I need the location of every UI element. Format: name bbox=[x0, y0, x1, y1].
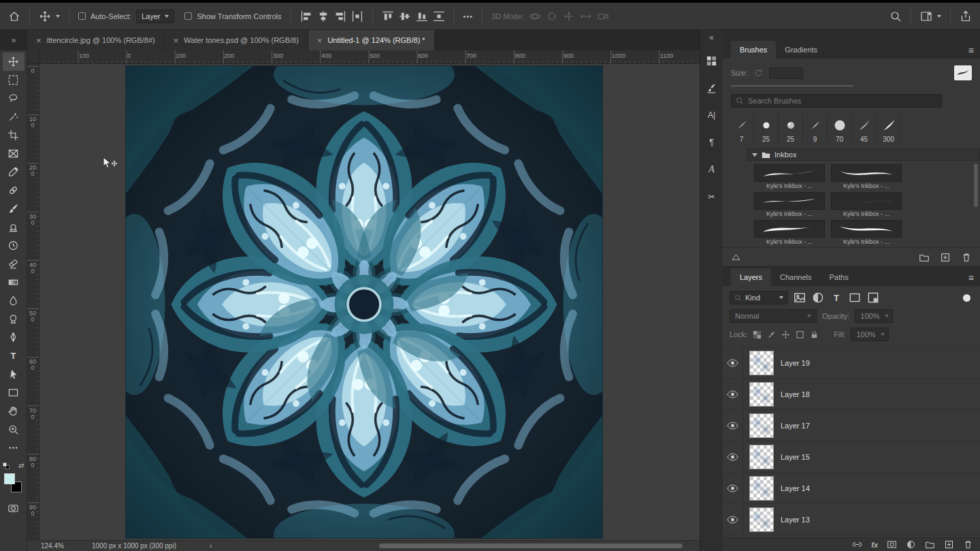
layer-name[interactable]: Layer 18 bbox=[781, 390, 810, 398]
tab-overflow-icon[interactable]: » bbox=[0, 30, 27, 50]
filter-toggle[interactable] bbox=[963, 294, 970, 302]
gradient-tool[interactable] bbox=[3, 273, 24, 292]
document-tab-active[interactable]: × Untitled-1 @ 124% (RGB/8) * bbox=[308, 30, 435, 50]
search-input[interactable] bbox=[748, 97, 937, 105]
auto-select-checkbox[interactable] bbox=[78, 12, 86, 20]
canvas-pasteboard[interactable] bbox=[39, 64, 700, 540]
layer-style-icon[interactable]: fx bbox=[871, 541, 878, 549]
filter-image-icon[interactable] bbox=[793, 291, 806, 304]
lasso-tool[interactable] bbox=[3, 89, 24, 108]
tool-presets-panel-icon[interactable]: ✂ bbox=[703, 188, 721, 206]
eraser-tool[interactable] bbox=[3, 255, 24, 273]
layer-row[interactable]: Layer 17 bbox=[723, 410, 980, 441]
delete-icon[interactable] bbox=[961, 252, 972, 263]
new-layer-icon[interactable] bbox=[944, 539, 954, 550]
frame-tool[interactable] bbox=[3, 144, 24, 163]
brush-preset[interactable]: 45 bbox=[852, 113, 877, 144]
filter-kind-dropdown[interactable]: Kind bbox=[730, 291, 788, 304]
layer-name[interactable]: Layer 19 bbox=[781, 359, 810, 367]
collapse-panels-icon[interactable]: « bbox=[709, 33, 714, 42]
visibility-toggle[interactable] bbox=[723, 504, 743, 535]
close-icon[interactable]: × bbox=[174, 35, 179, 46]
quick-mask-icon[interactable] bbox=[3, 499, 24, 518]
brush-preset[interactable]: 25 bbox=[779, 113, 803, 144]
type-tool[interactable]: T bbox=[3, 347, 24, 365]
brush-item[interactable]: Kyle's Inkbox - ... bbox=[754, 192, 825, 217]
eyedropper-tool[interactable] bbox=[3, 163, 24, 181]
swatches-panel-icon[interactable] bbox=[703, 52, 721, 69]
character-panel-icon[interactable]: A| bbox=[703, 106, 721, 124]
filter-smart-object-icon[interactable] bbox=[866, 291, 880, 304]
move-tool[interactable] bbox=[3, 52, 24, 71]
tab-layers[interactable]: Layers bbox=[731, 268, 771, 286]
align-left-icon[interactable] bbox=[300, 10, 312, 22]
layer-row[interactable]: Layer 13 bbox=[723, 504, 980, 535]
shape-tool[interactable] bbox=[3, 383, 24, 402]
visibility-toggle[interactable] bbox=[723, 347, 743, 378]
visibility-toggle[interactable] bbox=[723, 441, 743, 472]
opacity-dropdown[interactable]: 100% bbox=[855, 309, 893, 323]
filter-adjustment-icon[interactable] bbox=[811, 291, 825, 304]
status-chevron-icon[interactable]: › bbox=[210, 542, 212, 550]
thumbnail-size-icon[interactable] bbox=[731, 253, 741, 262]
lock-artboard-icon[interactable] bbox=[796, 330, 804, 339]
visibility-toggle[interactable] bbox=[723, 410, 743, 441]
glyphs-panel-icon[interactable]: A bbox=[703, 161, 721, 178]
layer-thumbnail[interactable] bbox=[749, 507, 774, 532]
show-transform-checkbox[interactable] bbox=[184, 12, 192, 20]
paragraph-panel-icon[interactable]: ¶ bbox=[703, 133, 721, 151]
new-group-icon[interactable] bbox=[919, 252, 930, 263]
zoom-level[interactable]: 124.4% bbox=[41, 542, 64, 550]
clone-stamp-tool[interactable] bbox=[3, 218, 24, 236]
align-bottom-icon[interactable] bbox=[416, 10, 428, 22]
brush-item[interactable]: Kyle's Inkbox - ... bbox=[831, 220, 902, 245]
layer-row[interactable]: Layer 14 bbox=[723, 473, 980, 504]
align-top-icon[interactable] bbox=[382, 10, 394, 22]
tab-gradients[interactable]: Gradients bbox=[776, 41, 826, 59]
layer-name[interactable]: Layer 14 bbox=[781, 484, 810, 492]
brush-search-field[interactable] bbox=[731, 94, 942, 108]
brush-group-header[interactable]: Inkbox bbox=[747, 148, 980, 161]
brush-tool[interactable] bbox=[3, 200, 24, 218]
layer-thumbnail[interactable] bbox=[749, 476, 774, 501]
brush-preset[interactable]: 7 bbox=[730, 113, 754, 144]
zoom-tool[interactable] bbox=[3, 420, 24, 439]
adjustment-layer-icon[interactable] bbox=[906, 539, 916, 550]
marquee-tool[interactable] bbox=[3, 71, 24, 89]
brush-preset[interactable]: 25 bbox=[754, 113, 779, 144]
workspace-switcher-icon[interactable] bbox=[920, 10, 932, 22]
close-icon[interactable]: × bbox=[317, 35, 323, 46]
brush-settings-panel-icon[interactable] bbox=[703, 79, 721, 97]
align-v-center-icon[interactable] bbox=[399, 10, 411, 22]
link-layers-icon[interactable] bbox=[852, 539, 862, 550]
visibility-toggle[interactable] bbox=[723, 379, 743, 409]
document-canvas[interactable] bbox=[126, 66, 602, 538]
layer-name[interactable]: Layer 15 bbox=[781, 453, 810, 461]
filter-shape-icon[interactable] bbox=[848, 291, 862, 304]
close-icon[interactable]: × bbox=[36, 35, 42, 46]
dodge-tool[interactable] bbox=[3, 310, 24, 328]
new-brush-icon[interactable] bbox=[940, 252, 951, 263]
foreground-color-swatch[interactable] bbox=[4, 473, 15, 484]
more-align-options-icon[interactable]: ••• bbox=[463, 12, 474, 20]
brush-item[interactable]: Kyle's Inkbox - ... bbox=[831, 164, 902, 189]
default-colors-icon[interactable] bbox=[3, 462, 10, 469]
layer-thumbnail[interactable] bbox=[749, 413, 774, 438]
hand-tool[interactable] bbox=[3, 402, 24, 420]
object-selection-tool[interactable] bbox=[3, 108, 24, 126]
brush-preset[interactable]: 70 bbox=[828, 113, 852, 144]
more-tools-icon[interactable] bbox=[3, 439, 24, 457]
layer-name[interactable]: Layer 13 bbox=[781, 516, 810, 524]
stroke-preview-button[interactable] bbox=[954, 65, 972, 80]
pen-tool[interactable] bbox=[3, 328, 24, 347]
lock-pixels-icon[interactable] bbox=[767, 330, 776, 339]
ruler-vertical[interactable]: 0 100 200 300 400 500 600 700 800 900 bbox=[27, 64, 39, 540]
distribute-h-icon[interactable] bbox=[351, 10, 363, 22]
swap-colors-icon[interactable]: ⇄ bbox=[18, 462, 24, 469]
ruler-horizontal[interactable]: 100 0 100 200 300 400 500 600 700 800 90… bbox=[39, 50, 700, 64]
auto-select-dropdown[interactable]: Layer bbox=[136, 10, 175, 23]
layer-thumbnail[interactable] bbox=[749, 382, 774, 407]
tab-channels[interactable]: Channels bbox=[771, 268, 820, 286]
horizontal-scrollbar[interactable] bbox=[379, 544, 683, 548]
path-selection-tool[interactable] bbox=[3, 365, 24, 383]
